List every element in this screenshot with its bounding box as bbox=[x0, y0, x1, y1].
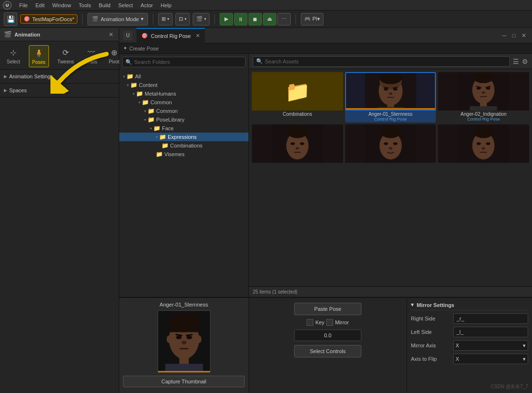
capture-thumbnail-button[interactable]: Capture Thumbnail bbox=[123, 376, 245, 387]
tree-item-metahumans[interactable]: ▾ 📁 MetaHumans bbox=[119, 89, 248, 98]
asset-grid: 📁 Combinations bbox=[249, 69, 532, 286]
asset-item-face-b[interactable] bbox=[345, 124, 436, 163]
anger-01-asset-sublabel: Control Rig Pose bbox=[373, 117, 408, 123]
menu-select[interactable]: Select bbox=[118, 2, 133, 8]
select-tool-button[interactable]: ⊹ Select bbox=[4, 45, 23, 67]
left-side-input[interactable]: _l_ bbox=[453, 327, 528, 337]
trails-tool-button[interactable]: 〰 Trails bbox=[83, 45, 100, 67]
pose-preview-panel: Anger-01_Sternness bbox=[119, 298, 249, 393]
animation-panel-close[interactable]: ✕ bbox=[107, 31, 115, 38]
asset-item-face-c[interactable] bbox=[438, 124, 529, 163]
face-a-thumb bbox=[252, 124, 343, 163]
right-side-value: _r_ bbox=[457, 316, 464, 321]
animation-mode-icon: 🎬 bbox=[92, 16, 99, 22]
menu-edit[interactable]: Edit bbox=[36, 2, 45, 8]
svg-point-19 bbox=[482, 91, 485, 94]
snap-button[interactable]: ⊡▾ bbox=[175, 13, 190, 25]
poses-icon: 🧍 bbox=[34, 48, 44, 58]
stop-button[interactable]: ⏹ bbox=[248, 13, 262, 25]
asset-item-anger-02[interactable]: Anger-02_Indignation Control Rig Pose bbox=[438, 72, 529, 123]
pivot-label: Pivot bbox=[109, 59, 119, 64]
save-button[interactable]: 💾 bbox=[4, 12, 17, 26]
tree-item-content[interactable]: ▾ 📁 Content bbox=[119, 81, 248, 89]
tree-item-common2[interactable]: ▾ 📁 Common bbox=[119, 107, 248, 115]
asset-search-box: 🔍 Search Assets bbox=[253, 56, 510, 67]
menu-build[interactable]: Build bbox=[99, 2, 111, 8]
mirror-axis-select[interactable]: X ▾ bbox=[453, 340, 528, 351]
menu-window[interactable]: Window bbox=[52, 2, 71, 8]
paste-pose-button[interactable]: Paste Pose bbox=[294, 303, 361, 315]
tweens-tool-button[interactable]: ⟳ Tweens bbox=[55, 45, 77, 67]
toolbar-separator-1 bbox=[82, 14, 83, 25]
axis-to-flip-select[interactable]: X ▾ bbox=[453, 354, 528, 364]
menu-help[interactable]: Help bbox=[161, 2, 172, 8]
svg-point-55 bbox=[166, 335, 171, 343]
tree-item-common1[interactable]: ▾ 📁 Common bbox=[119, 98, 248, 107]
maximize-button[interactable]: □ bbox=[510, 32, 518, 39]
svg-point-4 bbox=[384, 88, 388, 90]
spaces-header[interactable]: ▶ Spaces bbox=[4, 86, 115, 94]
watermark: CSDN @东东7_7 bbox=[491, 383, 528, 390]
minimize-button[interactable]: ─ bbox=[500, 32, 508, 39]
key-checkbox[interactable] bbox=[307, 319, 313, 326]
visemes-folder-icon: 📁 bbox=[156, 151, 163, 158]
pose-controls-panel: Paste Pose Key Mirror 0.0 Select bbox=[249, 298, 407, 393]
mirror-axis-row: Mirror Axis X ▾ bbox=[411, 340, 528, 351]
tree-item-combinations[interactable]: 📁 Combinations bbox=[119, 141, 248, 150]
search-icon: 🔍 bbox=[125, 59, 132, 65]
menu-tools[interactable]: Tools bbox=[79, 2, 91, 8]
control-rig-pose-tab[interactable]: 🎯 Control Rig Pose ✕ bbox=[136, 28, 205, 43]
spaces-section: ▶ Spaces bbox=[0, 84, 119, 98]
poses-tool-button[interactable]: 🧍 Poses bbox=[29, 45, 49, 67]
dropdown-arrow-icon: ▾ bbox=[141, 16, 144, 22]
pose-value-input[interactable]: 0.0 bbox=[294, 330, 361, 341]
combinations-asset-label: Combinations bbox=[252, 111, 343, 117]
more-button[interactable]: ⋯ bbox=[277, 13, 291, 25]
mirror-axis-dropdown-icon: ▾ bbox=[523, 343, 526, 349]
platforms-button[interactable]: 🎮 Pl▾ bbox=[301, 13, 323, 25]
animation-settings-section: ▶ Animation Settings bbox=[0, 70, 119, 84]
tree-item-expressions[interactable]: ▾ 📁 Expressions bbox=[119, 133, 248, 141]
asset-item-face-a[interactable] bbox=[252, 124, 343, 163]
eject-button[interactable]: ⏏ bbox=[263, 13, 276, 25]
asset-status-text: 25 items (1 selected) bbox=[253, 289, 297, 295]
right-area: U 🎯 Control Rig Pose ✕ ─ □ ✕ ✦ Create Po… bbox=[119, 28, 532, 393]
animation-mode-button[interactable]: 🎬 Animation Mode ▾ bbox=[87, 13, 148, 25]
main-toolbar: 💾 🎯 TestMapForDocs* 🎬 Animation Mode ▾ ⊞… bbox=[0, 11, 532, 28]
asset-filter-button[interactable]: ☰ bbox=[513, 58, 519, 65]
face-c-thumb bbox=[438, 124, 529, 163]
main-layout: 🎬 Animation ✕ ⊹ Select 🧍 Poses ⟳ Tweens … bbox=[0, 28, 532, 393]
camera-button[interactable]: 🎬▾ bbox=[193, 13, 210, 25]
tree-item-all[interactable]: ▾ 📁 All bbox=[119, 72, 248, 81]
poselibrary-folder-icon: 📁 bbox=[148, 116, 155, 123]
svg-point-40 bbox=[486, 142, 490, 145]
close-button[interactable]: ✕ bbox=[520, 32, 528, 39]
asset-item-anger-01[interactable]: Anger-01_Sternness Control Rig Pose bbox=[345, 72, 436, 123]
play-button[interactable]: ▶ bbox=[220, 13, 233, 25]
animation-settings-header[interactable]: ▶ Animation Settings bbox=[4, 73, 115, 80]
tree-item-face[interactable]: ▾ 📁 Face bbox=[119, 124, 248, 133]
svg-rect-46 bbox=[169, 323, 199, 332]
menu-file[interactable]: File bbox=[19, 2, 28, 8]
select-icon: ⊹ bbox=[8, 47, 19, 58]
unreal-logo[interactable]: U bbox=[3, 1, 12, 10]
svg-point-32 bbox=[380, 126, 401, 138]
tree-item-visemes[interactable]: 📁 Visemes bbox=[119, 150, 248, 159]
mirror-settings-title: Mirror Settings bbox=[417, 302, 454, 308]
menu-actor[interactable]: Actor bbox=[141, 2, 153, 8]
anger-01-thumb bbox=[345, 72, 436, 111]
asset-item-combinations[interactable]: 📁 Combinations bbox=[252, 72, 343, 123]
mirror-checkbox[interactable] bbox=[326, 319, 333, 326]
transform-button[interactable]: ⊞▾ bbox=[158, 13, 173, 25]
pause-button[interactable]: ⏸ bbox=[234, 13, 247, 25]
right-side-input[interactable]: _r_ bbox=[453, 313, 528, 324]
select-controls-button[interactable]: Select Controls bbox=[294, 345, 361, 357]
current-tab[interactable]: TestMapForDocs* bbox=[32, 16, 74, 22]
tree-item-poselibrary[interactable]: ▾ 📁 PoseLibrary bbox=[119, 115, 248, 124]
pose-tab-close[interactable]: ✕ bbox=[196, 33, 200, 39]
asset-settings-button[interactable]: ⚙ bbox=[522, 58, 528, 65]
create-pose-button[interactable]: ✦ Create Pose bbox=[123, 45, 159, 51]
animation-settings-chevron: ▶ bbox=[4, 74, 7, 79]
mirror-settings-header: ▾ Mirror Settings bbox=[411, 302, 528, 310]
svg-point-5 bbox=[393, 88, 397, 90]
